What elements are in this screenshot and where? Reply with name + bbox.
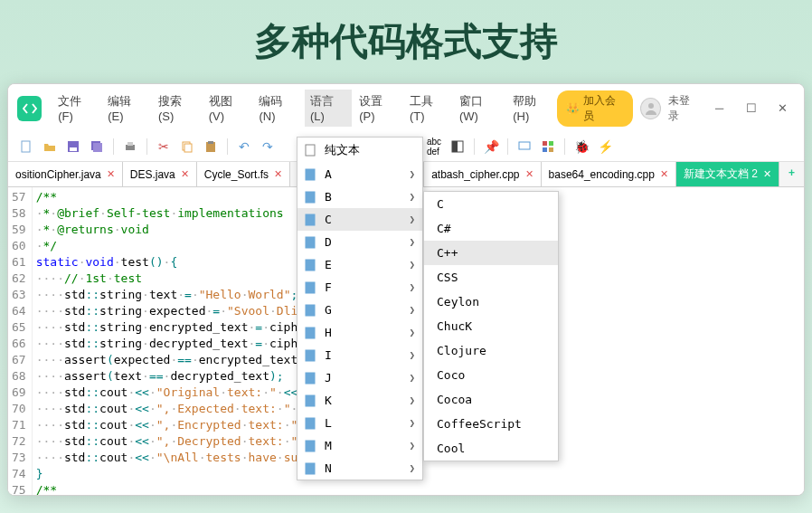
file-icon	[305, 259, 317, 271]
lang-letter-c[interactable]: C❯	[297, 208, 422, 231]
editor-area[interactable]: 5758596061626364656667686970717273747576…	[8, 187, 804, 495]
redo-icon[interactable]: ↷	[257, 136, 279, 157]
lang-letter-label: L	[325, 416, 332, 430]
svg-rect-7	[127, 142, 133, 146]
app-window: 文件(F) 编辑(E) 搜索(S) 视图(V) 编码(N) 语言(L) 设置(P…	[7, 83, 805, 496]
lang-option[interactable]: Clojure	[424, 338, 558, 363]
svg-rect-16	[549, 141, 553, 146]
lang-letter-g[interactable]: G❯	[297, 299, 422, 321]
bug-icon[interactable]: 🐞	[571, 136, 592, 157]
tab-item[interactable]: Cycle_Sort.fs✕	[197, 162, 290, 186]
save-icon[interactable]	[62, 136, 84, 157]
tab-item[interactable]: base64_encoding.cpp✕	[542, 162, 676, 186]
lang-option[interactable]: ChucK	[424, 314, 558, 338]
tab-close-icon[interactable]: ✕	[107, 168, 115, 180]
tab-item[interactable]: ositionCipher.java✕	[8, 162, 123, 186]
menu-encoding[interactable]: 编码(N)	[253, 90, 302, 127]
lang-letter-i[interactable]: I❯	[297, 344, 422, 366]
svg-rect-5	[93, 143, 102, 152]
menu-search[interactable]: 搜索(S)	[153, 90, 202, 127]
lang-option[interactable]: C++	[424, 241, 558, 265]
tab-item[interactable]: DES.java✕	[123, 162, 197, 186]
lang-letter-f[interactable]: F❯	[297, 276, 422, 299]
lang-letter-b[interactable]: B❯	[297, 185, 422, 208]
menu-view[interactable]: 视图(V)	[203, 90, 252, 127]
lang-letter-m[interactable]: M❯	[297, 434, 422, 457]
lang-letter-label: G	[325, 303, 332, 317]
lang-option[interactable]: Ceylon	[424, 290, 558, 314]
menu-window[interactable]: 窗口(W)	[454, 90, 505, 127]
copy-icon[interactable]	[176, 136, 198, 157]
tab-close-icon[interactable]: ✕	[525, 168, 533, 180]
avatar-icon[interactable]	[640, 98, 661, 119]
crown-icon: 👑	[566, 102, 580, 115]
menu-edit[interactable]: 编辑(E)	[102, 90, 151, 127]
tab-add-button[interactable]: +	[779, 162, 804, 186]
tab-item-active[interactable]: 新建文本文档 2✕	[676, 162, 779, 186]
lang-option[interactable]: C#	[424, 216, 558, 241]
lang-letter-n[interactable]: N❯	[297, 457, 422, 480]
svg-rect-3	[70, 147, 77, 151]
tab-label: DES.java	[130, 168, 175, 181]
close-button[interactable]: ✕	[770, 98, 795, 119]
lang-option-label: Ceylon	[437, 295, 479, 309]
lang-letter-h[interactable]: H❯	[297, 321, 422, 344]
cut-icon[interactable]: ✂	[153, 136, 175, 157]
file-icon	[305, 304, 317, 317]
lang-option[interactable]: Coco	[424, 363, 558, 387]
pin-icon[interactable]: 📌	[480, 136, 502, 157]
lang-option[interactable]: Cool	[424, 436, 558, 461]
lang-letter-label: M	[325, 439, 332, 452]
menu-language[interactable]: 语言(L)	[305, 90, 352, 127]
login-status[interactable]: 未登录	[668, 93, 700, 124]
lang-option[interactable]: CoffeeScript	[424, 412, 558, 436]
chevron-right-icon: ❯	[409, 168, 415, 180]
lang-letter-j[interactable]: J❯	[297, 366, 422, 389]
tab-label: 新建文本文档 2	[684, 166, 758, 182]
maximize-button[interactable]: ☐	[739, 98, 763, 119]
svg-rect-13	[452, 141, 458, 152]
monitor-icon[interactable]	[514, 136, 535, 157]
menu-help[interactable]: 帮助(H)	[507, 90, 556, 127]
chevron-right-icon: ❯	[409, 259, 415, 271]
tab-close-icon[interactable]: ✕	[181, 168, 189, 180]
paste-icon[interactable]	[200, 136, 222, 157]
vip-badge[interactable]: 👑 加入会员	[557, 90, 634, 127]
tab-close-icon[interactable]: ✕	[660, 168, 668, 180]
lang-letter-k[interactable]: K❯	[297, 389, 422, 412]
lang-option-label: C++	[437, 246, 458, 260]
tab-item[interactable]: atbash_cipher.cpp✕	[424, 162, 541, 186]
lang-option-label: Coco	[437, 368, 465, 382]
open-file-icon[interactable]	[39, 136, 61, 157]
toggle-icon[interactable]	[447, 136, 468, 157]
tab-close-icon[interactable]: ✕	[763, 168, 771, 180]
lang-option[interactable]: CSS	[424, 265, 558, 290]
menu-settings[interactable]: 设置(P)	[354, 90, 402, 127]
grid-icon[interactable]	[537, 136, 559, 157]
lang-letter-e[interactable]: E❯	[297, 253, 422, 276]
code-content[interactable]: /**·*·@brief·Self-test·implementations·*…	[33, 187, 326, 495]
chevron-right-icon: ❯	[409, 304, 415, 316]
minimize-button[interactable]: ─	[707, 98, 732, 119]
menu-tools[interactable]: 工具(T)	[404, 90, 452, 127]
undo-icon[interactable]: ↶	[233, 136, 255, 157]
chevron-right-icon: ❯	[409, 349, 415, 361]
lang-option[interactable]: Cocoa	[424, 387, 558, 412]
save-all-icon[interactable]	[86, 136, 108, 157]
new-file-icon[interactable]	[15, 136, 37, 157]
format-icon[interactable]: abcdef	[423, 136, 445, 157]
lang-letter-l[interactable]: L❯	[297, 412, 422, 434]
line-gutter: 5758596061626364656667686970717273747576…	[8, 187, 33, 495]
lightning-icon[interactable]: ⚡	[594, 136, 616, 157]
titlebar: 文件(F) 编辑(E) 搜索(S) 视图(V) 编码(N) 语言(L) 设置(P…	[8, 84, 804, 132]
lang-option[interactable]: C	[424, 192, 558, 216]
print-icon[interactable]	[119, 136, 141, 157]
tab-close-icon[interactable]: ✕	[274, 168, 282, 180]
lang-option-label: CoffeeScript	[437, 417, 522, 431]
lang-letter-a[interactable]: A❯	[297, 163, 422, 185]
app-logo-icon	[17, 96, 42, 121]
svg-rect-17	[543, 147, 547, 152]
lang-letter-d[interactable]: D❯	[297, 231, 422, 253]
menu-file[interactable]: 文件(F)	[52, 90, 100, 127]
lang-plaintext[interactable]: 纯文本	[297, 138, 422, 163]
